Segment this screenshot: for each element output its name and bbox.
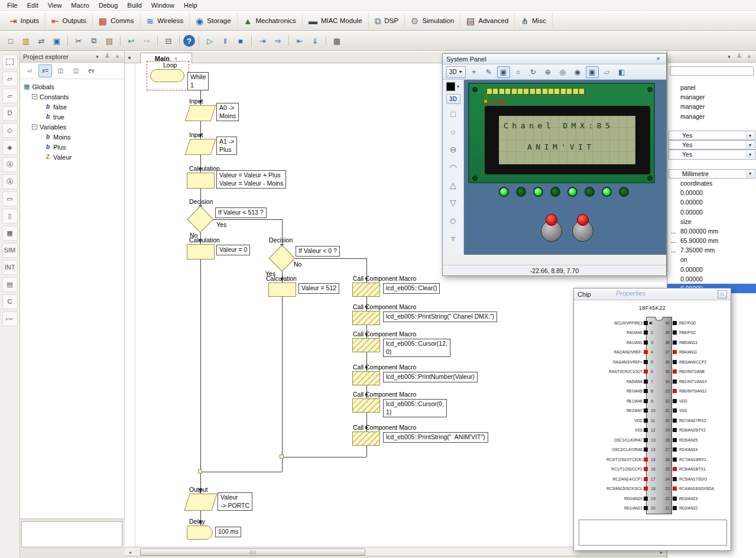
tree-group-variables[interactable]: − Variables — [20, 122, 124, 132]
property-row[interactable]: 0.00000 ▼ — [667, 274, 756, 284]
chevron-down-icon[interactable]: ▾ — [725, 53, 733, 60]
flow-node-input-2[interactable] — [185, 139, 216, 155]
component-toolbar-group[interactable]: ◉ Storage — [190, 13, 237, 28]
cone-down-shape-icon[interactable]: ▽ — [446, 196, 461, 210]
component-toolbar-group[interactable]: ▦ Comms — [93, 13, 141, 28]
flow-node-output[interactable] — [184, 494, 217, 511]
collapse-icon[interactable]: − — [32, 94, 37, 99]
maximize-icon[interactable]: □ — [718, 290, 727, 299]
tree-item-plus[interactable]: b Plus — [20, 142, 124, 152]
component-toolbar-group[interactable]: ▲ Mechatronics — [238, 13, 303, 28]
code-tool-icon[interactable]: ▤ — [2, 277, 18, 292]
flow-node-calculation-3[interactable] — [268, 283, 296, 297]
chevron-down-icon[interactable]: ▾ — [93, 53, 101, 60]
flow-node-delay-text[interactable]: 100 ms — [215, 527, 241, 537]
orbit-icon[interactable]: ↻ — [527, 66, 540, 78]
axis-origin[interactable] — [484, 99, 488, 103]
delay-tool-icon[interactable]: D — [2, 106, 18, 121]
component-toolbar-group[interactable]: ⇥ Inputs — [4, 13, 46, 28]
push-button-2-cap[interactable] — [577, 214, 589, 226]
select-box-icon[interactable]: ▣ — [497, 66, 510, 78]
scrollbar-thumb[interactable] — [140, 549, 365, 556]
flow-node-input-1[interactable] — [185, 105, 216, 121]
color-swatch[interactable] — [446, 82, 455, 91]
flow-node-calculation-1-text[interactable]: Valeur = Valeur + Plus Valeur = Valeur -… — [216, 170, 286, 189]
menu-item[interactable]: Macro — [66, 1, 94, 10]
tree-group-constants[interactable]: − Constants — [20, 92, 124, 102]
pan-icon[interactable]: ⊕ — [541, 66, 554, 78]
tree-item-globals[interactable]: ▦ Globals — [20, 82, 124, 92]
flow-node-loop[interactable] — [150, 69, 184, 82]
plane-icon[interactable]: ▱ — [601, 66, 614, 78]
tree-item-moins[interactable]: b Moins — [20, 132, 124, 142]
ellipse-shape-icon[interactable]: ⊖ — [446, 142, 461, 157]
print-icon[interactable]: ⊟ — [161, 34, 176, 48]
output-tool-icon[interactable]: ▱ — [2, 89, 18, 103]
lcd-board[interactable]: Chanel DMX:85 ANIM'VIT — [468, 83, 655, 183]
3d-viewport[interactable]: Chanel DMX:85 ANIM'VIT — [464, 80, 666, 255]
tree-item-false[interactable]: b false — [20, 102, 124, 112]
pe-events-icon[interactable]: ev — [85, 64, 98, 77]
open-file-icon[interactable]: ▥ — [19, 34, 33, 48]
undo-icon[interactable]: ↩ — [124, 34, 138, 48]
sphere-shape-icon[interactable]: ○ — [446, 125, 461, 139]
property-row[interactable]: on ▼ — [667, 255, 756, 264]
component-toolbar-group[interactable]: ⚙ Simulation — [405, 13, 460, 28]
flow-node-calculation-2-text[interactable]: Valeur = 0 — [216, 245, 250, 255]
property-row[interactable]: coordinates ▼ — [667, 179, 756, 188]
pencil-icon[interactable]: ✎ — [482, 66, 495, 78]
tab-close-icon[interactable]: × — [174, 56, 177, 61]
cut-icon[interactable]: ✂ — [72, 34, 86, 48]
flow-node-macro-3-text[interactable]: lcd_eb005::Cursor(12, 0) — [383, 339, 450, 357]
flow-node-calculation-3-text[interactable]: Valeur = 512 — [298, 283, 339, 294]
properties-panel-header[interactable]: ▾ ╨ × — [667, 51, 756, 63]
tree-item-valeur[interactable]: Z Valeur — [20, 152, 124, 162]
macro-tool-icon[interactable]: ▯ — [2, 209, 18, 223]
chevron-down-icon[interactable]: ▼ — [746, 141, 754, 148]
property-row[interactable]: Yes ▼ — [669, 131, 755, 140]
property-row[interactable]: size ▼ — [667, 217, 756, 226]
simulation-tool-icon[interactable]: SIM — [2, 243, 18, 258]
chevron-down-icon[interactable]: ▼ — [746, 151, 754, 158]
input-tool-icon[interactable]: ▱ — [2, 72, 18, 86]
flow-node-macro-5-text[interactable]: lcd_eb005::Cursor(0, 1) — [383, 399, 447, 417]
run-icon[interactable]: ▷ — [203, 34, 217, 48]
chevron-down-icon[interactable]: ▼ — [456, 85, 460, 89]
flow-node-macro-6[interactable] — [352, 432, 380, 446]
property-row[interactable]: 0.00000 ▼ — [667, 188, 756, 197]
property-row[interactable]: manager ▼ — [667, 112, 756, 121]
property-row[interactable]: manager ▼ — [667, 92, 756, 102]
3d-mode-button[interactable]: 3D — [446, 94, 460, 104]
flow-node-decision-2-text[interactable]: If Valeur < 0 ? — [296, 246, 340, 257]
import-icon[interactable]: ⇄ — [34, 34, 48, 48]
menu-item[interactable]: View — [43, 1, 67, 10]
flow-node-input-2-text[interactable]: A1 -> Plus — [216, 137, 237, 155]
connection-a-icon[interactable]: Ⓐ — [2, 157, 18, 172]
flow-node-calculation-1[interactable] — [187, 173, 215, 189]
pin-icon[interactable]: ╨ — [103, 53, 111, 60]
stop-icon[interactable]: ■ — [233, 34, 248, 48]
tab-scroll-left-icon[interactable]: ◂ — [128, 54, 131, 60]
component-toolbar-group[interactable]: ⇤ Outputs — [46, 13, 93, 28]
flow-node-macro-1-text[interactable]: lcd_eb005::Clear() — [383, 283, 440, 294]
chevron-down-icon[interactable]: ▼ — [746, 170, 754, 177]
component-toolbar-group[interactable]: ▤ Advanced — [460, 13, 515, 28]
flow-node-macro-2-text[interactable]: lcd_eb005::PrintString(" Chanel DMX:") — [383, 312, 497, 322]
loop-tool-icon[interactable]: ▭ — [2, 192, 18, 206]
comment-tool-icon[interactable]: ⌐⌐ — [2, 312, 18, 326]
pe-variables-icon[interactable]: x= — [38, 64, 52, 77]
component-toolbar-group[interactable]: ⋔ Misc — [515, 13, 552, 28]
property-row[interactable]: Yes ▼ — [669, 150, 755, 159]
property-row[interactable]: ... 65.90000 mm ▼ — [667, 236, 756, 245]
c-code-tool-icon[interactable]: C — [2, 294, 18, 309]
pe-component-icon[interactable]: ▱ — [23, 64, 37, 77]
flow-node-macro-4-text[interactable]: lcd_eb005::PrintNumber(Valeur) — [383, 372, 478, 382]
flow-node-output-text[interactable]: Valeur -> PORTC — [218, 492, 252, 511]
menu-item[interactable]: File — [2, 1, 22, 10]
redo-icon[interactable]: ↪ — [139, 34, 154, 48]
save-icon[interactable]: ▣ — [50, 34, 64, 48]
interrupt-tool-icon[interactable]: INT — [2, 260, 18, 275]
view-mode-dropdown[interactable]: 3D ▼ — [446, 66, 466, 78]
box-mode-icon[interactable]: ▣ — [586, 66, 599, 78]
flow-node-delay[interactable] — [187, 525, 213, 540]
